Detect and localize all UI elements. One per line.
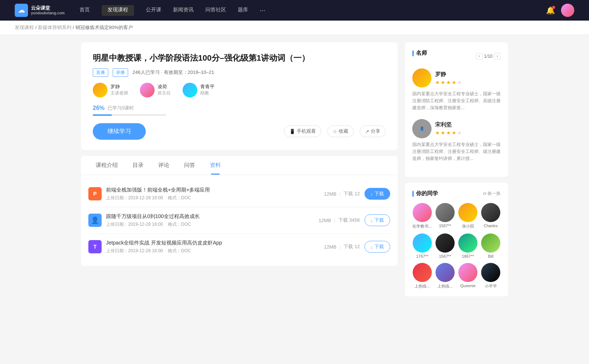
sidebar-teacher-2-desc: 国内某重点大学安全工程专业硕士，国家一级注册消防工程师、注册安全工程师、级注册建… — [412, 141, 501, 163]
classmate-name-2: 1567** — [439, 224, 451, 228]
nav-item-qa[interactable]: 问答社区 — [205, 5, 226, 16]
tab-resources[interactable]: 资料 — [202, 156, 228, 175]
nav-item-more[interactable]: ··· — [260, 5, 265, 16]
classmate-name-9: 上热练... — [415, 283, 430, 289]
teachers-card-header: 名师 ‹ 1/10 › — [412, 50, 501, 63]
classmates-card: 你的同学 ⟳ 换一换 化学教书... 1567** 张小田 — [405, 183, 508, 296]
resource-size-2: 12MB — [319, 218, 331, 223]
classmate-10: 上热练... — [435, 263, 455, 289]
classmate-avatar-5[interactable] — [413, 233, 432, 253]
bell-icon[interactable]: 🔔 — [546, 6, 555, 15]
sidebar-teacher-2-avatar: 👤 — [412, 119, 431, 138]
sidebar-teacher-1: 罗静 ★ ★ ★ ★ ★ 国内某重点大学安全工程专业硕士，国家一级注册消防工程师… — [412, 68, 501, 112]
teacher-item-1: 罗静 主讲老师 — [93, 83, 128, 97]
breadcrumb: 发现课程 / 新媒体营销系列 / 销冠修炼术搞定80%的客户 — [0, 21, 589, 35]
teacher-avatar-1 — [93, 83, 107, 97]
teachers-pagination: ‹ 1/10 › — [476, 53, 501, 60]
share-button[interactable]: ↗ 分享 — [360, 125, 386, 137]
classmate-avatar-12[interactable] — [481, 263, 500, 282]
classmate-avatar-11[interactable] — [458, 263, 477, 282]
sidebar-teacher-2-name: 宋利坚 — [435, 121, 462, 128]
progress-percent: 26% — [93, 105, 105, 111]
classmate-avatar-6[interactable] — [435, 233, 455, 253]
classmate-name-10: 上热练... — [437, 283, 453, 289]
classmates-card-header: 你的同学 ⟳ 换一换 — [412, 190, 501, 197]
classmate-name-11: Queenie — [460, 283, 476, 288]
resource-info-1: 前端全栈加强版！前端全栈+全周期+多端应用 上传日期：2019-12-28 16… — [106, 187, 297, 201]
download-icon-3: ↓ — [371, 244, 373, 250]
favorite-button[interactable]: ☆ 收藏 — [327, 125, 354, 137]
breadcrumb-current: 销冠修炼术搞定80%的客户 — [75, 25, 133, 30]
pagination-prev[interactable]: ‹ — [476, 53, 483, 60]
classmate-2: 1567** — [435, 203, 455, 229]
logo[interactable]: ☁ 云朵课堂 yundouketang.com — [15, 4, 65, 17]
download-icon-2: ↓ — [371, 218, 373, 223]
download-label-1: 下载 — [374, 190, 384, 197]
logo-text: 云朵课堂 yundouketang.com — [31, 5, 65, 15]
tab-content-resources: P 前端全栈加强版！前端全栈+全周期+多端应用 上传日期：2019-12-28 … — [81, 175, 398, 266]
classmate-11: Queenie — [458, 263, 478, 289]
classmate-avatar-9[interactable] — [413, 263, 432, 282]
download-button-3[interactable]: ↓ 下载 — [364, 241, 391, 253]
sidebar-teacher-1-name: 罗静 — [435, 71, 462, 78]
resource-title-2: 跟随千万级项目从0到100全过程高效成长 — [106, 213, 297, 220]
tab-catalog[interactable]: 目录 — [125, 156, 151, 175]
pagination-next[interactable]: › — [494, 53, 501, 60]
download-button-2[interactable]: ↓ 下载 — [364, 214, 391, 226]
breadcrumb-discover[interactable]: 发现课程 — [15, 25, 34, 30]
classmate-6: 1567** — [435, 233, 455, 258]
refresh-classmates-button[interactable]: ⟳ 换一换 — [483, 190, 501, 197]
tab-review[interactable]: 评论 — [151, 156, 177, 175]
resource-item-1: P 前端全栈加强版！前端全栈+全周期+多端应用 上传日期：2019-12-28 … — [88, 181, 390, 207]
download-button-1[interactable]: ↓ 下载 — [364, 188, 391, 200]
classmate-name-7: 1867** — [462, 254, 474, 258]
share-icon: ↗ — [365, 129, 369, 134]
classmate-name-5: 1767** — [416, 254, 428, 258]
resource-icon-2: 👤 — [88, 214, 102, 227]
progress-label: 已学习0课时 — [107, 105, 134, 111]
resource-meta-2: 上传日期：2019-12-28 16:00 格式：DOC — [106, 221, 297, 228]
mobile-watch-button[interactable]: 📱 手机观看 — [284, 125, 321, 137]
classmate-avatar-3[interactable] — [458, 203, 477, 222]
tab-intro[interactable]: 课程介绍 — [88, 156, 125, 175]
teacher-role-1: 主讲老师 — [110, 90, 128, 96]
nav-item-news[interactable]: 新闻资讯 — [173, 5, 194, 16]
user-avatar[interactable] — [561, 4, 574, 17]
teacher-role-3: 助教 — [200, 90, 215, 96]
classmate-8: Bill — [481, 233, 501, 258]
sidebar-teacher-2-info: 宋利坚 ★ ★ ★ ★ ★ — [435, 121, 462, 136]
tab-qa[interactable]: 问答 — [177, 156, 202, 175]
nav-items: 首页 发现课程 公开课 新闻资讯 问答社区 题库 ··· — [80, 5, 265, 16]
classmate-4: Charles — [481, 203, 501, 229]
sidebar-teacher-1-header: 罗静 ★ ★ ★ ★ ★ — [412, 68, 501, 88]
teachers-section-title: 名师 — [412, 50, 427, 57]
main-container: 明星中教授课，小学阶段语法100分–强化级第1讲动词（一） 直播 录播 246人… — [74, 42, 515, 302]
course-title: 明星中教授课，小学阶段语法100分–强化级第1讲动词（一） — [93, 53, 386, 64]
classmate-avatar-2[interactable] — [435, 203, 455, 222]
resource-downloads-3: 下载 12 — [343, 243, 360, 250]
classmate-name-8: Bill — [488, 254, 494, 258]
nav-item-quiz[interactable]: 题库 — [238, 5, 248, 16]
nav-item-open[interactable]: 公开课 — [146, 5, 161, 16]
teachers-card: 名师 ‹ 1/10 › 罗静 ★ ★ ★ — [405, 42, 508, 177]
breadcrumb-series[interactable]: 新媒体营销系列 — [38, 25, 71, 30]
nav-item-discover[interactable]: 发现课程 — [102, 5, 134, 16]
sidebar-teacher-2: 👤 宋利坚 ★ ★ ★ ★ ★ 国内某重点大学安全工程专业硕士，国家一级注册消防… — [412, 119, 501, 163]
classmates-grid: 化学教书... 1567** 张小田 Charles 1767** — [412, 203, 501, 289]
classmate-avatar-4[interactable] — [481, 203, 500, 222]
teacher-avatar-3 — [183, 83, 197, 97]
nav-item-home[interactable]: 首页 — [80, 5, 90, 16]
resource-item-2: 👤 跟随千万级项目从0到100全过程高效成长 上传日期：2019-12-28 1… — [88, 207, 390, 234]
classmate-avatar-8[interactable] — [481, 233, 500, 253]
resource-title-3: Jetpack全组件实战 开发短视频应用高仿皮皮虾App — [106, 240, 297, 246]
continue-learning-button[interactable]: 继续学习 — [93, 123, 146, 140]
classmate-avatar-7[interactable] — [458, 233, 477, 253]
download-icon-1: ↓ — [371, 191, 373, 197]
resource-item-3: T Jetpack全组件实战 开发短视频应用高仿皮皮虾App 上传日期：2019… — [88, 234, 390, 260]
classmate-12: 小平平 — [481, 263, 501, 289]
classmate-avatar-1[interactable] — [413, 203, 432, 222]
badge-live: 直播 — [93, 68, 108, 77]
teacher-role-2: 班主任 — [158, 90, 171, 96]
resource-downloads-1: 下载 12 — [343, 190, 360, 197]
classmate-avatar-10[interactable] — [435, 263, 455, 282]
